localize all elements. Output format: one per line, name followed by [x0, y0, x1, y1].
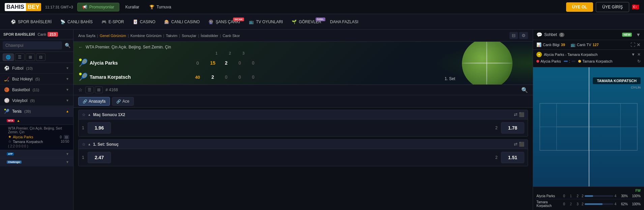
section2-stats-btn[interactable]: ⬛ [519, 142, 524, 147]
ice-hockey-chevron: ▼ [66, 77, 69, 81]
section2-expand-icon[interactable]: ▲ [88, 142, 91, 146]
view-list-btn[interactable]: ☰ [15, 54, 25, 61]
sidebar-header: SPOR BAHİSLERİ Canlı 213 [0, 30, 73, 39]
promotions-button[interactable]: 📢 Promosyonlar [77, 3, 119, 11]
sport-item-ice-hockey[interactable]: 🏒 Buz Hokeyi (5) ▼ [0, 74, 73, 84]
casino-icon: 🃏 [133, 20, 138, 24]
breadcrumb-sonuclar[interactable]: Sonuçlar [182, 34, 196, 38]
tracker-expand-btn[interactable]: ▼ [631, 52, 635, 57]
stats-bar-1 [585, 195, 593, 197]
canli-tv-btn[interactable]: 📺 Canlı TV 127 [570, 42, 599, 47]
nav-item-lucky-wheel[interactable]: 🎡 ŞANS ÇARKI SICAK [204, 17, 244, 27]
breadcrumb-genel[interactable]: Genel Görünüm [100, 34, 126, 38]
section2-fav-btn[interactable]: ☆ [82, 142, 86, 147]
view-grid-btn[interactable]: ⊞ [26, 54, 35, 61]
sport-item-volleyball[interactable]: 🏐 Voleybol (9) ▼ [0, 95, 73, 106]
bet-odd-btn-2-2[interactable]: 1.51 [501, 152, 524, 163]
breadcrumb-takvim[interactable]: Takvim [166, 34, 177, 38]
sport-item-tennis[interactable]: 🎾 Tenis (39) ▲ [0, 106, 73, 117]
section-expand-icon[interactable]: ▲ [88, 113, 91, 116]
wta-match-item[interactable]: WTA Premier. Çin Açık. Beijing. Sert Zem… [0, 125, 73, 150]
breadcrumb-canli-skor[interactable]: Canlı Skor [223, 34, 240, 38]
sport-item-football[interactable]: ⚽ Futbol (10) ▼ [0, 63, 73, 74]
search-bets-btn[interactable]: 🔍 [521, 87, 528, 93]
sport-item-basketball[interactable]: 🏀 Basketbol (11) ▼ [0, 84, 73, 95]
settings-btn[interactable]: ⚙ [519, 32, 528, 39]
nav-casino-label: CASINO [140, 20, 155, 24]
layout-table-btn[interactable]: ⊟ [509, 32, 518, 39]
bet-tab-anasayfa[interactable]: 🔗 Anasayfa [78, 97, 110, 106]
language-flag[interactable]: 🇹🇷 [632, 3, 639, 11]
tracker-dot-p2 [578, 60, 581, 63]
fav-star-p1[interactable]: ★ [8, 135, 11, 139]
nav-esports-label: E-SPOR [109, 20, 124, 24]
tournament-button[interactable]: 🏆 Turnuva [145, 3, 175, 11]
soccer-icon: ⚽ [11, 20, 16, 24]
breadcrumb-ana-sayfa[interactable]: Ana Sayfa [78, 34, 95, 38]
register-button[interactable]: ÜYE OL [566, 2, 593, 12]
sep3: | [163, 34, 164, 38]
view-globe-btn[interactable]: 🌐 [3, 54, 14, 61]
stats-label-s2: 2 [568, 202, 574, 206]
search-input[interactable] [3, 41, 62, 49]
nav-item-live-bet[interactable]: 📡 CANLI BAHİS [56, 17, 97, 27]
bet-odd-btn-1-1[interactable]: 1.96 [88, 122, 111, 134]
nav-item-esports[interactable]: 🎮 E-SPOR [97, 17, 128, 27]
p1-live-score: 0 [60, 135, 62, 139]
fullscreen-btn[interactable]: ⛶ [631, 42, 635, 47]
player1-s1: 15 [206, 58, 219, 68]
live-view-btn[interactable]: ⊟ [64, 135, 69, 139]
section-fav-btn[interactable]: ☆ [82, 112, 86, 117]
nav-item-live-casino[interactable]: 🎰 CANLI CASINO [160, 17, 204, 27]
stats-pct1-1: 30% [617, 194, 628, 198]
live-bilgi-btn[interactable]: 📊 Canlı Bilgi 39 [536, 42, 565, 47]
bet-tab-ace[interactable]: 🔗 Ace [112, 97, 134, 106]
nav-item-casino[interactable]: 🃏 CASINO [129, 17, 159, 27]
bet-odd-btn-2-1[interactable]: 2.47 [88, 152, 111, 163]
bet-section-set-header: ☆ ▲ 1. Set: Sonuç ⇄ ⬛ [78, 139, 528, 149]
fav-star-p2[interactable]: ☆ [8, 139, 11, 144]
tracker-refresh-btn[interactable]: ↻ [637, 59, 641, 64]
stats-num2-1: 2 [582, 202, 584, 206]
section-stats-btn[interactable]: ⬛ [519, 112, 524, 117]
player1-row: 🎾 Alycia Parks 0 15 2 0 0 [78, 56, 528, 70]
nav-live-bet-label: CANLI BAHİS [67, 20, 93, 24]
login-button[interactable]: ÜYE GİRİŞ [596, 2, 629, 12]
bet-odd-btn-1-2[interactable]: 1.78 [501, 122, 524, 134]
stats-pct2-1: 62% [617, 202, 628, 206]
atp-header[interactable]: ATP ▼ [0, 150, 73, 158]
nav-item-sports[interactable]: ⚽ SPOR BAHİSLERİ [7, 17, 56, 27]
nav-more-label: DAHA FAZLASI [330, 20, 358, 24]
view-compact-btn[interactable]: ⊟ [36, 54, 46, 61]
search-icon[interactable]: 🔍 [65, 43, 70, 48]
match-header-banner: ← WTA Premier. Çin Açık. Beijing. Sert Z… [74, 42, 533, 85]
logo[interactable]: BAHIS BEY [5, 3, 41, 11]
section2-share-btn[interactable]: ⇄ [514, 142, 518, 147]
view-grid-match-btn[interactable]: ⊞ [95, 86, 103, 93]
tracker-p1-name: Alycia Parks [540, 59, 561, 63]
wta-header[interactable]: WTA ▲ [0, 117, 73, 125]
challenger-header[interactable]: Challenger ▼ [0, 158, 73, 166]
viz-area: TAMARA KORPATSCH CİYLİN [533, 67, 644, 186]
nav-item-tv-games[interactable]: 📺 TV OYUNLARI [245, 17, 287, 27]
chat-toggle-btn[interactable]: ▼ [636, 32, 641, 37]
wta-player1-name: Alycia Parks [13, 135, 33, 139]
nav-item-missions[interactable]: 🌱 GÖREVLER ÖZEL [288, 17, 325, 27]
view-list-match-btn[interactable]: ☰ [85, 86, 94, 93]
tracker-close-btn[interactable]: ✕ [637, 52, 641, 57]
close-tracker-btn[interactable]: ✕ [637, 42, 641, 47]
rules-button[interactable]: Kurallar [121, 3, 143, 11]
breadcrumb-kombine[interactable]: Kombine Görünüm [130, 34, 162, 38]
player2-avatar: 🎾 [78, 71, 88, 83]
ice-hockey-icon: 🏒 [4, 76, 9, 81]
breadcrumb-istatistikler[interactable]: İstatistikler [201, 34, 218, 38]
header-time: 11:17:31 GMT+3 [45, 5, 73, 9]
atp-logo: ATP [7, 152, 14, 155]
player2-s1: 2 [206, 72, 219, 82]
nav-item-more[interactable]: DAHA FAZLASI [326, 17, 362, 27]
match-time: 10:50 [61, 140, 69, 143]
match-fav-star[interactable]: ☆ [78, 87, 83, 93]
back-arrow-icon[interactable]: ← [78, 44, 83, 50]
tracker-score-p1 [564, 61, 568, 62]
section-share-btn[interactable]: ⇄ [514, 112, 518, 117]
